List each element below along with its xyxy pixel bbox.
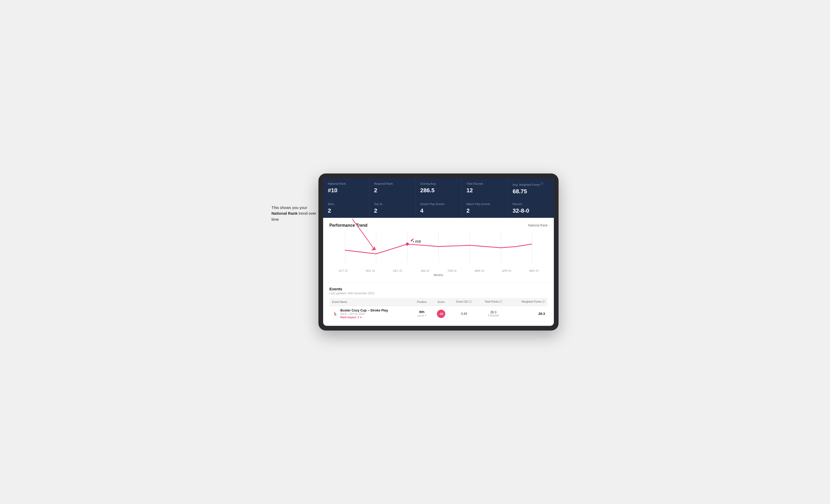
event-rounds: 3 Rounds <box>480 314 506 317</box>
stat-regional-rank: Regional Rank 2 <box>369 178 415 199</box>
stat-stroke-play-label: Stroke Play Events <box>420 202 457 206</box>
chart-label-mar24: MAR 24 <box>466 269 493 272</box>
th-weighted-points: Weighted Points ⓘ <box>509 298 548 306</box>
total-points-info-icon: ⓘ <box>499 300 502 303</box>
event-name-text: Buster Cozy Cup – Stroke Play Oct 9 – Oc… <box>340 309 388 319</box>
stat-scoring-avg-value: 286.5 <box>420 187 457 194</box>
info-icon: ⓘ <box>541 182 543 185</box>
event-position-cell: 6th out of 7 <box>412 306 432 322</box>
event-sg-cell: 0.45 <box>450 306 478 322</box>
stat-wins: Wins 2 <box>323 199 369 218</box>
stat-regional-rank-value: 2 <box>374 187 411 194</box>
th-position: Position <box>412 298 432 306</box>
stat-regional-rank-label: Regional Rank <box>374 182 411 186</box>
stat-record-label: Record <box>513 202 549 206</box>
tablet-screen: National Rank #10 Regional Rank 2 Scorin… <box>323 178 554 326</box>
th-score: Score <box>432 298 450 306</box>
chart-area: • #10 <box>329 232 548 268</box>
chart-x-labels: OCT 23 NOV 23 DEC 23 JAN 24 FEB 24 MAR 2… <box>329 268 548 272</box>
stat-match-play-label: Match Play Events <box>467 202 503 206</box>
events-title: Events <box>329 287 548 291</box>
th-event-name: Event Name <box>329 298 412 306</box>
stats-row-1: National Rank #10 Regional Rank 2 Scorin… <box>323 178 554 199</box>
performance-section: Performance Trend National Rank <box>323 218 554 282</box>
chart-label-feb24: FEB 24 <box>439 269 466 272</box>
stat-total-rounds-value: 12 <box>467 187 503 194</box>
performance-title: Performance Trend <box>329 223 368 228</box>
outer-wrapper: This shows you your National Rank trend … <box>272 173 558 331</box>
performance-header: Performance Trend National Rank <box>329 223 548 228</box>
stat-avg-weighted-value: 68.75 <box>513 188 549 195</box>
chart-label-jan24: JAN 24 <box>411 269 439 272</box>
event-weighted-value: 28.3 <box>539 312 545 316</box>
score-badge: -22 <box>437 310 445 318</box>
events-last-updated: Last updated: 24th November 2023 <box>329 292 548 295</box>
event-total-points-cell: 28.3 3 Rounds <box>478 306 509 322</box>
chart-x-axis-label: Months <box>329 273 548 280</box>
stats-row-2: Wins 2 Top 3s 2 Stroke Play Events 4 Mat… <box>323 199 554 218</box>
chart-label-dec23: DEC 23 <box>384 269 411 272</box>
stat-scoring-avg: Scoring Avg. 286.5 <box>416 178 461 199</box>
event-position-sub: out of 7 <box>418 314 426 317</box>
chart-label-nov23: NOV 23 <box>357 269 384 272</box>
chart-label-oct23: OCT 23 <box>329 269 357 272</box>
stat-national-rank-label: National Rank <box>328 182 364 186</box>
event-score-cell: -22 <box>432 306 450 322</box>
annotation-prefix: This shows you your <box>272 205 307 210</box>
stat-avg-weighted-points: Avg. Weighted Points ⓘ 68.75 <box>508 178 554 199</box>
event-sg-info-icon: ⓘ <box>469 300 472 303</box>
chart-label-apr24: APR 24 <box>493 269 520 272</box>
content-area: National Rank #10 Regional Rank 2 Scorin… <box>323 178 554 326</box>
stat-total-rounds-label: Total Rounds <box>467 182 503 186</box>
event-main-name: Buster Cozy Cup – Stroke Play <box>340 309 388 312</box>
stat-top3s: Top 3s 2 <box>369 199 415 218</box>
tablet-frame: National Rank #10 Regional Rank 2 Scorin… <box>318 173 558 331</box>
stat-national-rank-value: #10 <box>328 187 364 194</box>
annotation-bold: National Rank <box>272 211 297 215</box>
event-name-content: 🦌 Buster Cozy Cup – Stroke Play Oct 9 – … <box>332 309 409 319</box>
stat-top3s-value: 2 <box>374 207 411 214</box>
stat-match-play: Match Play Events 2 <box>462 199 508 218</box>
events-table: Event Name Position Score Event SG ⓘ Tot… <box>329 298 548 322</box>
stat-stroke-play: Stroke Play Events 4 <box>416 199 461 218</box>
svg-point-8 <box>406 243 409 246</box>
chart-label-may24: MAY 24 <box>520 269 548 272</box>
stat-top3s-label: Top 3s <box>374 202 411 206</box>
event-name-cell: 🦌 Buster Cozy Cup – Stroke Play Oct 9 – … <box>329 306 412 322</box>
th-event-sg: Event SG ⓘ <box>450 298 478 306</box>
rank-impact: Rank Impact: 3 ▼ <box>340 316 388 319</box>
stat-scoring-avg-label: Scoring Avg. <box>420 182 457 186</box>
rank-down-icon: ▼ <box>360 316 362 319</box>
event-icon: 🦌 <box>332 311 338 317</box>
events-section: Events Last updated: 24th November 2023 … <box>323 282 554 326</box>
stat-record-value: 32-8-0 <box>513 207 549 214</box>
stat-match-play-value: 2 <box>467 207 503 214</box>
weighted-points-info-icon: ⓘ <box>542 300 545 303</box>
table-row: 🦌 Buster Cozy Cup – Stroke Play Oct 9 – … <box>329 306 548 322</box>
stat-avg-weighted-label: Avg. Weighted Points ⓘ <box>513 182 549 187</box>
stat-record: Record 32-8-0 <box>508 199 554 218</box>
event-position-value: 6th <box>419 310 425 314</box>
stat-national-rank: National Rank #10 <box>323 178 369 199</box>
performance-label: National Rank <box>528 224 548 227</box>
stat-stroke-play-value: 4 <box>420 207 457 214</box>
annotation-text: This shows you your National Rank trend … <box>272 205 324 223</box>
stat-wins-value: 2 <box>328 207 364 214</box>
event-weighted-points-cell: 28.3 <box>509 306 548 322</box>
chart-svg: • #10 <box>329 232 548 268</box>
event-date: Oct 9 – Oct 10, 2023 <box>340 312 388 315</box>
events-table-header-row: Event Name Position Score Event SG ⓘ Tot… <box>329 298 548 306</box>
stat-total-rounds: Total Rounds 12 <box>462 178 508 199</box>
stat-wins-label: Wins <box>328 202 364 206</box>
th-total-points: Total Points ⓘ <box>478 298 509 306</box>
svg-text:• #10: • #10 <box>413 239 421 243</box>
